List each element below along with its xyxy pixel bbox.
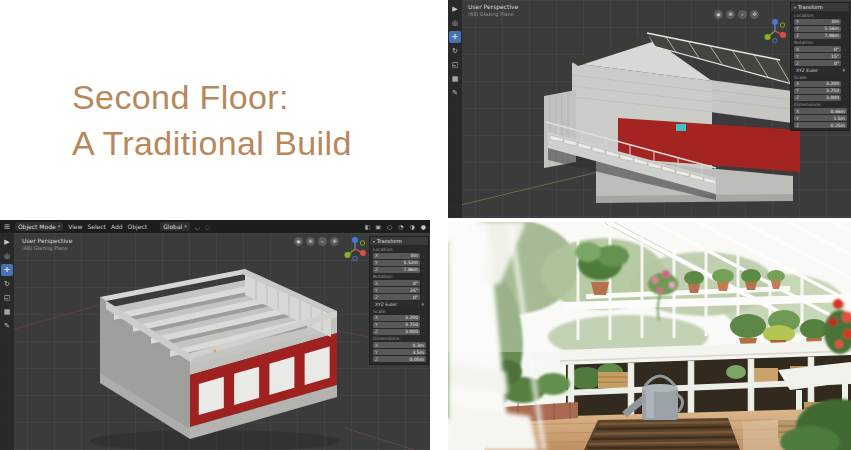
material-shading-icon[interactable]: ◑ xyxy=(410,223,415,230)
lock-icon[interactable]: · xyxy=(421,280,426,286)
view-axis-gizmo[interactable] xyxy=(342,236,368,262)
rotate-tool-icon[interactable]: ↻ xyxy=(1,278,13,290)
lock-icon[interactable]: · xyxy=(421,287,426,293)
camera-view-icon[interactable]: ◉ xyxy=(714,10,723,19)
solid-shading-icon[interactable]: ◔ xyxy=(398,223,403,230)
transform-tool-icon[interactable]: ▦ xyxy=(449,73,461,85)
location-y-field[interactable]: Y5.56m xyxy=(794,26,841,32)
chevron-down-icon: ▾ xyxy=(421,301,424,307)
rotate-tool-icon[interactable]: ↻ xyxy=(449,45,461,57)
scale-tool-icon[interactable]: ◱ xyxy=(1,292,13,304)
scale-y-field[interactable]: Y3.750 xyxy=(373,322,420,328)
overlays-icon[interactable]: ◧ xyxy=(365,223,371,230)
dimensions-y-field[interactable]: Y1.5m xyxy=(794,115,847,121)
second-floor-model-3d xyxy=(0,233,430,450)
lock-icon[interactable]: · xyxy=(842,53,847,59)
lock-icon[interactable]: · xyxy=(421,260,426,266)
tool-shelf: ▶ ◎ ✛ ↻ ◱ ▦ ✎ xyxy=(448,0,462,218)
wireframe-shading-icon[interactable]: ○ xyxy=(387,223,392,230)
rotation-x-field[interactable]: X0° xyxy=(373,280,420,286)
location-x-field[interactable]: X0m xyxy=(794,19,841,25)
move-tool-icon[interactable]: ✛ xyxy=(449,31,461,43)
lock-icon[interactable]: · xyxy=(842,60,847,66)
lock-icon[interactable]: · xyxy=(421,267,426,273)
zoom-icon[interactable]: ⌕ xyxy=(738,10,747,19)
orientation-select[interactable]: Global▾ xyxy=(160,222,190,231)
lock-icon[interactable]: · xyxy=(842,81,847,87)
cursor-tool-icon[interactable]: ◎ xyxy=(1,250,13,262)
scale-z-field[interactable]: Z3.000 xyxy=(373,329,420,335)
mode-select[interactable]: Object Mode▾ xyxy=(15,222,63,231)
rotation-label: Rotation: xyxy=(370,273,428,280)
lock-icon[interactable]: · xyxy=(421,322,426,328)
viewport-nav-controls: ◉ ⊞ ⌕ ✜ xyxy=(714,10,759,19)
dimensions-x-field[interactable]: X0.3m xyxy=(373,342,426,348)
cursor-tool-icon[interactable]: ◎ xyxy=(449,17,461,29)
annotate-tool-icon[interactable]: ✎ xyxy=(1,320,13,332)
rendered-shading-icon[interactable]: ● xyxy=(421,223,426,230)
transform-panel-header[interactable]: ▾ Transform xyxy=(370,237,428,245)
dimensions-z-field[interactable]: Z0.05m xyxy=(373,356,426,362)
proportional-edit-icon[interactable]: ◌ xyxy=(205,223,210,230)
scale-tool-icon[interactable]: ◱ xyxy=(449,59,461,71)
rotation-x-field[interactable]: X0° xyxy=(794,46,841,52)
camera-view-icon[interactable]: ◉ xyxy=(294,237,303,246)
move-tool-icon[interactable]: ✛ xyxy=(1,264,13,276)
scale-y-field[interactable]: Y3.750 xyxy=(794,88,841,94)
blender-screenshot-top: ▶ ◎ ✛ ↻ ◱ ▦ ✎ User Perspective (68) Glaz… xyxy=(448,0,851,218)
lock-icon[interactable]: · xyxy=(842,46,847,52)
greenhouse-photo-art xyxy=(448,222,851,450)
annotate-tool-icon[interactable]: ✎ xyxy=(449,87,461,99)
transform-tool-icon[interactable]: ▦ xyxy=(1,306,13,318)
transform-panel: ▾ Transform Location: X0m· Y5.56m· Z7.86… xyxy=(790,2,850,131)
dimensions-z-field[interactable]: Z0.25m xyxy=(794,122,847,128)
pan-icon[interactable]: ✜ xyxy=(330,237,339,246)
rotation-y-field[interactable]: Y15° xyxy=(794,53,841,59)
menu-view[interactable]: View xyxy=(68,223,82,230)
rotation-mode-select[interactable]: XYZ Euler▾ xyxy=(794,67,847,73)
panel-title: Transform xyxy=(798,4,823,10)
location-x-field[interactable]: X0m xyxy=(373,253,420,259)
chevron-down-icon: ▾ xyxy=(842,67,845,73)
select-box-tool-icon[interactable]: ▶ xyxy=(1,236,13,248)
lock-icon[interactable]: · xyxy=(842,88,847,94)
scale-x-field[interactable]: X3.200 xyxy=(794,81,841,87)
menu-object[interactable]: Object xyxy=(128,223,148,230)
dimensions-x-field[interactable]: X0.46m xyxy=(794,108,847,114)
lock-icon[interactable]: · xyxy=(421,253,426,259)
lock-icon[interactable]: · xyxy=(421,294,426,300)
active-object-name: (68) Glazing Plane xyxy=(468,11,518,17)
transform-panel-header[interactable]: ▾ Transform xyxy=(791,3,849,11)
location-z-field[interactable]: Z7.86m xyxy=(373,267,420,273)
dimensions-y-field[interactable]: Y3.5m xyxy=(373,349,426,355)
menu-add[interactable]: Add xyxy=(111,223,123,230)
lock-icon[interactable]: · xyxy=(421,315,426,321)
viewport-nav-controls: ◉ ⊞ ⌕ ✜ xyxy=(294,237,339,246)
lock-icon[interactable]: · xyxy=(842,95,847,101)
panel-title: Transform xyxy=(377,238,402,244)
location-z-field[interactable]: Z7.86m xyxy=(794,33,841,39)
pan-icon[interactable]: ✜ xyxy=(750,10,759,19)
scale-z-field[interactable]: Z3.000 xyxy=(794,95,841,101)
snap-magnet-icon[interactable]: ◡ xyxy=(195,223,200,230)
select-box-tool-icon[interactable]: ▶ xyxy=(449,3,461,15)
scale-x-field[interactable]: X3.200 xyxy=(373,315,420,321)
xray-icon[interactable]: ▣ xyxy=(375,223,381,230)
perspective-toggle-icon[interactable]: ⊞ xyxy=(726,10,735,19)
zoom-icon[interactable]: ⌕ xyxy=(318,237,327,246)
rotation-mode-select[interactable]: XYZ Euler▾ xyxy=(373,301,426,307)
rotation-z-field[interactable]: Z0° xyxy=(373,294,420,300)
location-y-field[interactable]: Y5.52m xyxy=(373,260,420,266)
lock-icon[interactable]: · xyxy=(842,33,847,39)
active-object-name: (68) Glazing Plane xyxy=(22,245,72,251)
lock-icon[interactable]: · xyxy=(842,19,847,25)
view-axis-gizmo[interactable] xyxy=(762,18,788,44)
dimensions-label: Dimensions: xyxy=(791,101,849,108)
lock-icon[interactable]: · xyxy=(421,329,426,335)
menu-select[interactable]: Select xyxy=(87,223,106,230)
rotation-y-field[interactable]: Y25° xyxy=(373,287,420,293)
lock-icon[interactable]: · xyxy=(842,26,847,32)
editor-type-icon[interactable]: ⊞ xyxy=(4,223,10,231)
rotation-z-field[interactable]: Z0° xyxy=(794,60,841,66)
perspective-toggle-icon[interactable]: ⊞ xyxy=(306,237,315,246)
